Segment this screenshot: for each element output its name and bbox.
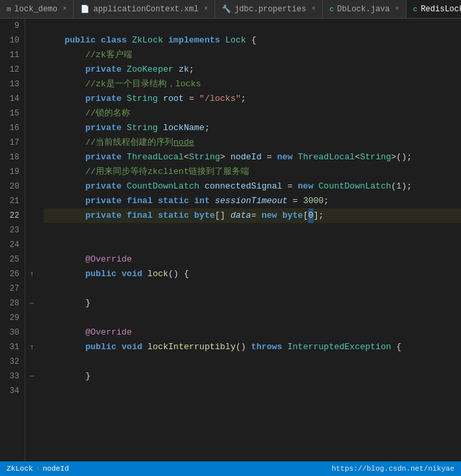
breakpoint-arrow-31: ↑	[30, 343, 35, 351]
code-line-9	[44, 19, 461, 33]
code-line-29	[44, 311, 461, 325]
gutter-11	[25, 48, 39, 62]
code-line-10: public class ZkLock implements Lock {	[44, 33, 461, 48]
tab-icon-redislock: c	[413, 5, 418, 13]
gutter-9	[25, 19, 39, 33]
line-num-34: 34	[0, 384, 19, 398]
line-numbers: 9 10 11 12 13 14 15 16 17 18 19 20 21 22…	[0, 19, 25, 461]
gutter-25	[25, 252, 39, 267]
line-num-9: 9	[0, 19, 19, 33]
line-num-30: 30	[0, 325, 19, 340]
tab-icon-dblock: c	[329, 5, 334, 13]
gutter-29	[25, 311, 39, 325]
gutter-14	[25, 92, 39, 106]
tab-label-jdbc: jdbc.properties	[234, 5, 306, 14]
code-line-20: private CountDownLatch connectedSignal =…	[44, 179, 461, 194]
code-line-25: @Override	[44, 252, 461, 267]
tab-applicationcontext[interactable]: 📄 applicationContext.xml ×	[74, 0, 215, 19]
line-num-28: 28	[0, 296, 19, 311]
line-num-11: 11	[0, 48, 19, 62]
gutter-20	[25, 179, 39, 194]
tab-close-jdbc[interactable]: ×	[312, 5, 316, 13]
line-num-13: 13	[0, 77, 19, 92]
line-num-20: 20	[0, 179, 19, 194]
line-num-17: 17	[0, 135, 19, 150]
code-line-12: private ZooKeeper zk;	[44, 62, 461, 77]
code-line-28: }	[44, 296, 461, 311]
gutter-30	[25, 325, 39, 340]
fold-icon-28[interactable]: ─	[30, 300, 34, 307]
status-url: https://blog.csdn.net/nikyae	[331, 465, 454, 473]
gutter-31[interactable]: ↑	[25, 340, 39, 355]
code-line-13: //zk是一个目录结构，locks	[44, 77, 461, 92]
code-area[interactable]: 9 10 11 12 13 14 15 16 17 18 19 20 21 22…	[0, 19, 461, 461]
gutter-24	[25, 238, 39, 252]
gutter-28: ─	[25, 296, 39, 311]
tab-close-lock-demo[interactable]: ×	[62, 5, 66, 13]
gutter-17	[25, 135, 39, 150]
code-line-22: private final static byte[] data= new by…	[44, 208, 461, 223]
gutter-12	[25, 62, 39, 77]
line-num-18: 18	[0, 150, 19, 165]
code-line-17: //当前线程创建的序列node	[44, 135, 461, 150]
gutter-10	[25, 33, 39, 48]
gutter: ↑ ─ ↑ ─	[25, 19, 39, 461]
gutter-15	[25, 106, 39, 121]
tab-dblock[interactable]: c DbLock.java ×	[323, 0, 407, 19]
line-num-31: 31	[0, 340, 19, 355]
tab-redislock[interactable]: c RedisLock.java ×	[407, 0, 461, 19]
code-line-15: //锁的名称	[44, 106, 461, 121]
code-line-30: @Override	[44, 325, 461, 340]
line-num-22: 22	[0, 208, 19, 223]
gutter-19	[25, 165, 39, 179]
gutter-32	[25, 355, 39, 369]
tab-bar: m lock_demo × 📄 applicationContext.xml ×…	[0, 0, 461, 19]
status-left: ZkLock › nodeId	[7, 465, 69, 473]
breadcrumb-class: ZkLock	[7, 465, 33, 473]
code-line-27	[44, 281, 461, 296]
gutter-26[interactable]: ↑	[25, 267, 39, 281]
line-num-12: 12	[0, 62, 19, 77]
code-line-26: public void lock() {	[44, 267, 461, 281]
tab-lock-demo[interactable]: m lock_demo ×	[0, 0, 74, 19]
line-num-32: 32	[0, 355, 19, 369]
breadcrumb: ZkLock › nodeId	[7, 465, 69, 473]
line-num-10: 10	[0, 33, 19, 48]
tab-label-applicationcontext: applicationContext.xml	[93, 5, 198, 14]
tab-close-applicationcontext[interactable]: ×	[204, 5, 208, 13]
line-num-29: 29	[0, 311, 19, 325]
gutter-18	[25, 150, 39, 165]
gutter-27	[25, 281, 39, 296]
code-line-32	[44, 355, 461, 369]
tab-close-dblock[interactable]: ×	[395, 5, 399, 13]
gutter-34	[25, 384, 39, 398]
line-num-16: 16	[0, 121, 19, 135]
code-line-19: //用来同步等待zkclient链接到了服务端	[44, 165, 461, 179]
fold-icon-33[interactable]: ─	[30, 373, 34, 380]
breadcrumb-separator: ›	[36, 465, 41, 473]
gutter-13	[25, 77, 39, 92]
breakpoint-arrow-26: ↑	[30, 270, 35, 278]
code-line-14: private String root = "/locks";	[44, 92, 461, 106]
line-num-21: 21	[0, 194, 19, 208]
status-right: https://blog.csdn.net/nikyae	[331, 465, 454, 473]
line-num-24: 24	[0, 238, 19, 252]
code-line-21: private final static int sessionTimeout …	[44, 194, 461, 208]
line-num-15: 15	[0, 106, 19, 121]
code-line-31: public void lockInterruptibly() throws I…	[44, 340, 461, 355]
code-line-11: //zk客户端	[44, 48, 461, 62]
line-num-33: 33	[0, 369, 19, 384]
code-line-33: }	[44, 369, 461, 384]
line-num-26: 26	[0, 267, 19, 281]
tab-label-redislock: RedisLock.java	[420, 5, 461, 14]
tab-label-dblock: DbLock.java	[337, 5, 390, 14]
line-num-27: 27	[0, 281, 19, 296]
gutter-23	[25, 223, 39, 238]
gutter-16	[25, 121, 39, 135]
line-num-23: 23	[0, 223, 19, 238]
code-line-23	[44, 223, 461, 238]
line-num-14: 14	[0, 92, 19, 106]
code-content[interactable]: public class ZkLock implements Lock { //…	[39, 19, 461, 461]
tab-jdbc[interactable]: 🔧 jdbc.properties ×	[215, 0, 323, 19]
tab-icon-applicationcontext: 📄	[80, 5, 90, 13]
